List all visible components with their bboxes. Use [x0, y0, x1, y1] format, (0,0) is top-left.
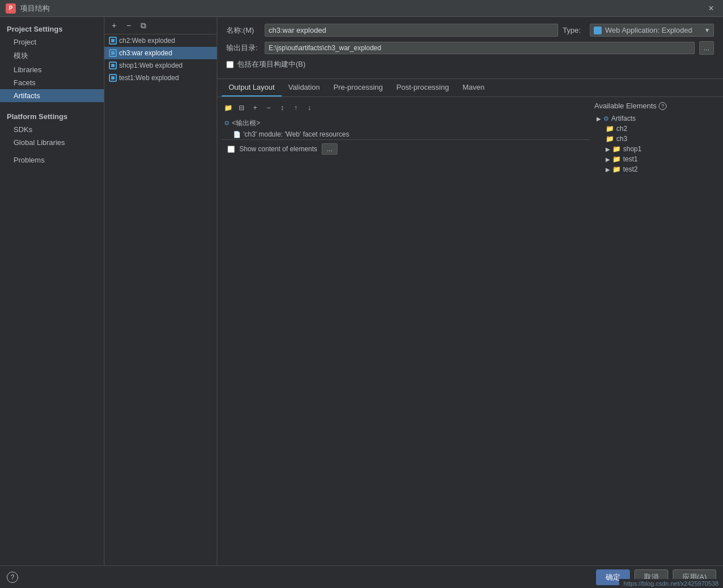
copy-artifact-button[interactable]: ⧉: [137, 19, 150, 32]
help-button[interactable]: ?: [7, 572, 18, 583]
artifact-item-ch3[interactable]: ch3:war exploded: [104, 47, 217, 59]
show-content-bar: Show content of elements ...: [222, 139, 590, 158]
sidebar-item-problems[interactable]: Problems: [0, 153, 104, 166]
app-icon: P: [6, 3, 16, 14]
arrow-icon: ▶: [597, 116, 601, 122]
name-label: 名称:(M): [226, 25, 260, 36]
help-icon[interactable]: ?: [659, 102, 667, 110]
artifact-item-test1[interactable]: test1:Web exploded: [104, 72, 217, 84]
arrow-icon: ▶: [606, 166, 610, 173]
output-dir-label: 输出目录:: [226, 43, 260, 53]
main-layout: Project Settings Project 模块 Libraries Fa…: [0, 17, 723, 565]
output-tree: 📁 ⊟ + − ↕ ↑ ↓ ⚙ <输出根> 📄 'ch3' modu: [222, 102, 590, 561]
sidebar-item-sdks[interactable]: SDKs: [0, 123, 104, 136]
arrow-icon: ▶: [606, 156, 610, 163]
add-artifact-button[interactable]: +: [108, 19, 120, 32]
tab-pre-processing[interactable]: Pre-processing: [327, 79, 389, 96]
tree-root-node[interactable]: ⚙ <输出根>: [222, 117, 590, 129]
artifact-icon: ⚙: [603, 115, 609, 122]
remove-tree-button[interactable]: −: [262, 102, 275, 114]
sidebar: Project Settings Project 模块 Libraries Fa…: [0, 17, 104, 565]
output-tree-toolbar: 📁 ⊟ + − ↕ ↑ ↓: [222, 102, 590, 114]
avail-ch3-label: ch3: [616, 135, 627, 143]
name-row: 名称:(M) Type: Web Application: Exploded ▼: [226, 24, 714, 37]
avail-test2-label: test2: [623, 165, 638, 173]
remove-artifact-button[interactable]: −: [122, 19, 135, 32]
show-content-checkbox[interactable]: [227, 146, 235, 153]
artifact-item-label: ch2:Web exploded: [119, 37, 175, 45]
folder-icon: 📁: [612, 165, 621, 173]
artifact-panel: + − ⧉ ch2:Web exploded ch3:war exploded …: [104, 17, 217, 565]
avail-ch2-node[interactable]: 📁 ch2: [594, 124, 718, 134]
avail-artifacts-label: Artifacts: [611, 115, 636, 122]
show-content-label: Show content of elements: [239, 145, 317, 153]
title-bar: P 项目结构 ×: [0, 0, 723, 17]
name-input[interactable]: [265, 24, 558, 37]
arrow-icon: ▶: [606, 146, 610, 152]
tab-output-layout[interactable]: Output Layout: [222, 79, 282, 96]
collapse-tree-button[interactable]: ⊟: [235, 102, 248, 114]
sidebar-item-artifacts[interactable]: Artifacts: [0, 89, 104, 102]
web-app-icon: [594, 27, 602, 34]
sidebar-item-libraries[interactable]: Libraries: [0, 63, 104, 76]
tab-validation[interactable]: Validation: [282, 79, 327, 96]
move-up-button[interactable]: ↑: [290, 102, 302, 114]
output-dir-input[interactable]: [265, 42, 695, 54]
avail-artifacts-node[interactable]: ▶ ⚙ Artifacts: [594, 113, 718, 124]
content-split: + − ⧉ ch2:Web exploded ch3:war exploded …: [104, 17, 723, 565]
include-build-label: 包括在项目构建中(B): [237, 59, 305, 69]
war-artifact-icon: [109, 49, 117, 57]
artifact-item-ch2[interactable]: ch2:Web exploded: [104, 34, 217, 47]
artifact-toolbar: + − ⧉: [104, 17, 217, 34]
avail-test1-label: test1: [623, 155, 638, 163]
avail-ch2-label: ch2: [616, 125, 627, 133]
type-dropdown[interactable]: Web Application: Exploded ▼: [590, 24, 714, 37]
web-artifact-icon: [109, 37, 117, 45]
sidebar-item-modules[interactable]: 模块: [0, 49, 104, 63]
sidebar-item-project[interactable]: Project: [0, 36, 104, 49]
artifact-item-label: ch3:war exploded: [119, 49, 172, 57]
available-elements-title: Available Elements: [594, 102, 656, 110]
avail-shop1-node[interactable]: ▶ 📁 shop1: [594, 144, 718, 154]
window-title: 项目结构: [20, 3, 50, 14]
include-build-checkbox[interactable]: [226, 61, 234, 68]
tabs-bar: Output Layout Validation Pre-processing …: [217, 79, 723, 97]
close-button[interactable]: ×: [706, 3, 716, 14]
add-tree-button[interactable]: +: [249, 102, 261, 114]
module-icon: 📄: [233, 131, 241, 138]
tree-ch3-label: 'ch3' module: 'Web' facet resources: [243, 130, 349, 138]
tab-maven[interactable]: Maven: [455, 79, 491, 96]
move-down-button[interactable]: ↓: [303, 102, 316, 114]
artifact-item-label: shop1:Web exploded: [119, 62, 183, 69]
sidebar-item-facets[interactable]: Facets: [0, 76, 104, 89]
available-elements-header: Available Elements ?: [594, 102, 718, 110]
tree-ch3-module-node[interactable]: 📄 'ch3' module: 'Web' facet resources: [222, 129, 590, 139]
tab-post-processing[interactable]: Post-processing: [389, 79, 455, 96]
avail-ch3-node[interactable]: 📁 ch3: [594, 134, 718, 144]
folder-icon: 📁: [606, 135, 614, 143]
folder-icon: 📁: [606, 125, 614, 133]
more-button[interactable]: ...: [322, 143, 338, 155]
output-dir-row: 输出目录: ...: [226, 41, 714, 55]
type-label: Type:: [563, 26, 585, 34]
folder-icon: 📁: [612, 155, 621, 163]
sidebar-item-global-libraries[interactable]: Global Libraries: [0, 136, 104, 149]
platform-settings-title: Platform Settings: [0, 109, 104, 123]
avail-test1-node[interactable]: ▶ 📁 test1: [594, 154, 718, 164]
artifact-list: ch2:Web exploded ch3:war exploded shop1:…: [104, 34, 217, 565]
url-bar: https://blog.csdn.net/x2425970538: [619, 579, 723, 588]
artifact-item-shop1[interactable]: shop1:Web exploded: [104, 59, 217, 72]
avail-shop1-label: shop1: [623, 145, 642, 153]
gear-icon: ⚙: [224, 120, 230, 127]
expand-tree-button[interactable]: 📁: [222, 102, 234, 114]
bottom-bar: ? 确定 取消 应用(A): [0, 565, 723, 588]
settings-panel: 名称:(M) Type: Web Application: Exploded ▼…: [217, 17, 723, 565]
tree-root-label: <输出根>: [232, 119, 260, 128]
settings-top: 名称:(M) Type: Web Application: Exploded ▼…: [217, 17, 723, 79]
bottom-left: ?: [7, 572, 18, 583]
browse-button[interactable]: ...: [699, 41, 714, 55]
artifact-item-label: test1:Web exploded: [119, 74, 179, 82]
avail-test2-node[interactable]: ▶ 📁 test2: [594, 164, 718, 174]
sort-tree-button[interactable]: ↕: [276, 102, 288, 114]
include-build-row: 包括在项目构建中(B): [226, 59, 714, 69]
